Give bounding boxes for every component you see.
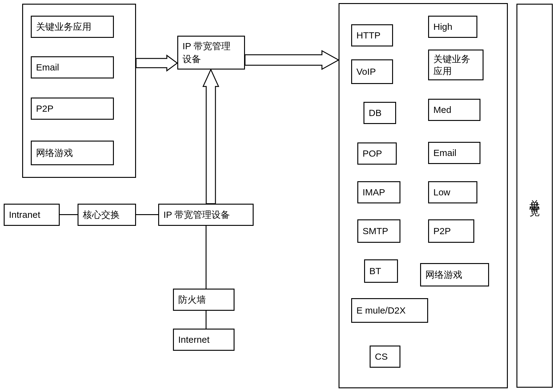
priority-game: 网络游戏	[420, 263, 489, 286]
label: P2P	[433, 226, 451, 236]
label: 关键业务应用	[36, 21, 91, 33]
left-item-0: 关键业务应用	[31, 16, 114, 38]
label: BT	[369, 266, 381, 276]
proto-pop: POP	[357, 142, 397, 165]
label: 核心交换	[83, 209, 120, 221]
arrow-center-to-right	[245, 49, 339, 71]
arrow-bottom-to-top	[202, 70, 220, 204]
priority-med: Med	[428, 99, 480, 121]
label: 网络游戏	[36, 147, 73, 159]
proto-emule: E mule/D2X	[351, 298, 428, 323]
label: IP 带宽管理设备	[183, 40, 240, 66]
side-label-container: 总带宽	[516, 4, 553, 388]
label: VoIP	[356, 66, 376, 77]
total-bandwidth-label: 总带宽	[528, 191, 542, 200]
firewall-box: 防火墙	[173, 289, 235, 311]
label: Email	[36, 62, 59, 73]
label: CS	[375, 351, 388, 362]
internet-box: Internet	[173, 329, 235, 351]
proto-db: DB	[363, 102, 396, 124]
line-ipdev-firewall	[206, 226, 207, 289]
label: Email	[433, 148, 456, 158]
priority-email: Email	[428, 142, 480, 164]
label: Intranet	[9, 210, 40, 220]
left-item-3: 网络游戏	[31, 141, 114, 165]
svg-marker-2	[203, 70, 219, 204]
label: E mule/D2X	[356, 305, 406, 316]
priority-high: High	[428, 16, 477, 38]
label: 总带宽	[529, 191, 540, 200]
label: 关键业务应用	[433, 53, 478, 77]
left-item-2: P2P	[31, 98, 114, 120]
label: IP 带宽管理设备	[163, 209, 230, 221]
priority-p2p: P2P	[428, 219, 474, 243]
ip-bandwidth-device-top: IP 带宽管理设备	[177, 36, 245, 70]
line-switch-ipdev	[136, 214, 158, 215]
label: 防火墙	[178, 294, 206, 306]
label: High	[433, 22, 452, 32]
svg-marker-1	[245, 51, 339, 69]
ip-bandwidth-device-bottom: IP 带宽管理设备	[158, 204, 254, 226]
label: DB	[369, 108, 382, 118]
proto-voip: VoIP	[351, 59, 393, 84]
priority-low: Low	[428, 181, 477, 203]
intranet-box: Intranet	[4, 204, 60, 226]
core-switch-box: 核心交换	[78, 204, 136, 226]
proto-cs: CS	[370, 346, 400, 368]
line-intranet-switch	[60, 214, 78, 215]
label: 网络游戏	[425, 269, 462, 281]
proto-imap: IMAP	[357, 181, 400, 203]
label: SMTP	[363, 226, 388, 236]
label: HTTP	[356, 30, 380, 41]
arrow-left-to-center	[136, 54, 177, 72]
label: POP	[363, 148, 382, 159]
proto-http: HTTP	[351, 24, 393, 46]
label: Med	[433, 105, 451, 115]
right-container: HTTP VoIP DB POP IMAP SMTP BT E mule/D2X…	[339, 3, 508, 388]
label: Low	[433, 187, 450, 198]
svg-marker-0	[136, 55, 177, 71]
label: P2P	[36, 103, 54, 114]
label: Internet	[178, 334, 210, 345]
left-container: 关键业务应用 Email P2P 网络游戏	[22, 4, 136, 178]
proto-smtp: SMTP	[357, 219, 400, 243]
priority-key-app: 关键业务应用	[428, 50, 484, 80]
left-item-1: Email	[31, 56, 114, 78]
label: IMAP	[363, 187, 385, 198]
proto-bt: BT	[364, 259, 398, 283]
line-firewall-internet	[206, 311, 207, 329]
